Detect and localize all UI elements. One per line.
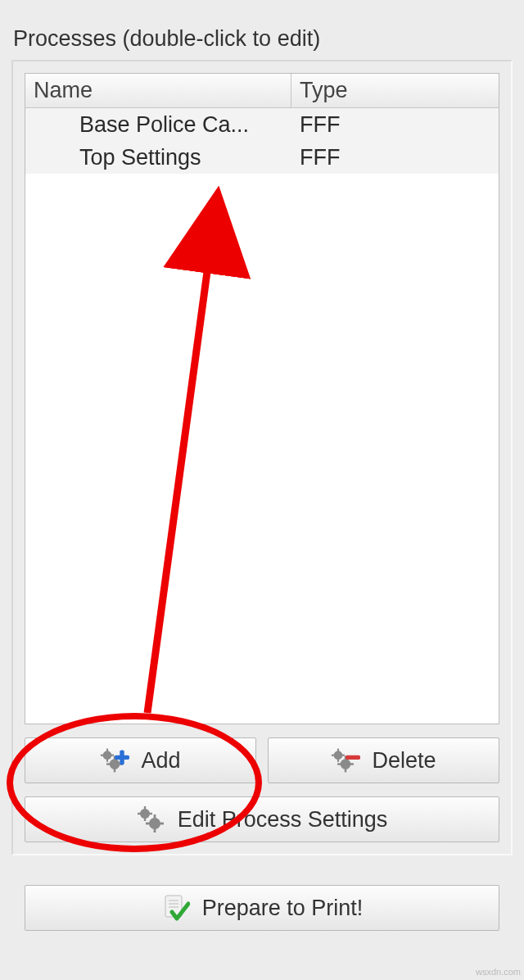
cell-type: FFF	[291, 112, 499, 138]
document-check-icon	[161, 893, 191, 923]
svg-rect-19	[345, 769, 347, 773]
watermark: wsxdn.com	[476, 967, 521, 977]
svg-rect-1	[106, 749, 108, 752]
svg-rect-31	[146, 823, 150, 825]
svg-point-5	[110, 759, 120, 769]
table-row[interactable]: Base Police Ca... FFF	[25, 108, 499, 141]
table-header: Name Type	[25, 74, 499, 108]
svg-point-17	[341, 759, 351, 769]
svg-rect-30	[153, 828, 156, 833]
prepare-to-print-label: Prepare to Print!	[202, 896, 364, 921]
add-button[interactable]: Add	[25, 737, 256, 783]
cell-name: Top Settings	[25, 145, 291, 170]
edit-process-settings-label: Edit Process Settings	[178, 807, 388, 833]
svg-rect-24	[143, 806, 145, 810]
svg-rect-22	[346, 755, 360, 760]
svg-rect-16	[342, 755, 346, 756]
delete-gears-minus-icon	[331, 746, 360, 775]
svg-rect-26	[138, 813, 141, 814]
edit-process-settings-button[interactable]: Edit Process Settings	[25, 796, 499, 842]
svg-point-0	[103, 751, 112, 760]
svg-rect-2	[106, 759, 108, 762]
svg-rect-27	[149, 813, 152, 814]
gears-icon	[137, 805, 166, 834]
svg-rect-25	[143, 818, 145, 821]
svg-rect-11	[115, 755, 129, 760]
svg-rect-21	[350, 763, 355, 765]
processes-table[interactable]: Name Type Base Police Ca... FFF Top Sett…	[25, 73, 499, 724]
svg-rect-8	[107, 763, 111, 765]
cell-type: FFF	[291, 145, 499, 170]
column-header-type[interactable]: Type	[291, 78, 499, 103]
svg-rect-20	[338, 763, 342, 765]
table-row[interactable]: Top Settings FFF	[25, 141, 499, 174]
delete-button[interactable]: Delete	[268, 737, 499, 783]
delete-button-label: Delete	[372, 748, 436, 774]
cell-name: Base Police Ca...	[25, 112, 291, 138]
svg-rect-7	[114, 769, 116, 773]
svg-point-28	[149, 818, 160, 829]
svg-point-12	[334, 751, 343, 760]
svg-rect-32	[160, 823, 164, 825]
prepare-to-print-button[interactable]: Prepare to Print!	[25, 885, 499, 931]
column-header-name[interactable]: Name	[25, 74, 291, 107]
processes-panel: Name Type Base Police Ca... FFF Top Sett…	[11, 60, 513, 855]
svg-rect-13	[337, 749, 339, 752]
processes-section-label: Processes (double-click to edit)	[13, 26, 513, 52]
svg-rect-14	[337, 759, 339, 762]
svg-rect-29	[153, 814, 156, 819]
add-gears-plus-icon	[100, 746, 129, 775]
svg-rect-3	[101, 755, 104, 756]
svg-point-23	[140, 809, 150, 819]
svg-rect-15	[332, 755, 335, 756]
svg-rect-4	[111, 755, 115, 756]
add-button-label: Add	[141, 748, 180, 774]
